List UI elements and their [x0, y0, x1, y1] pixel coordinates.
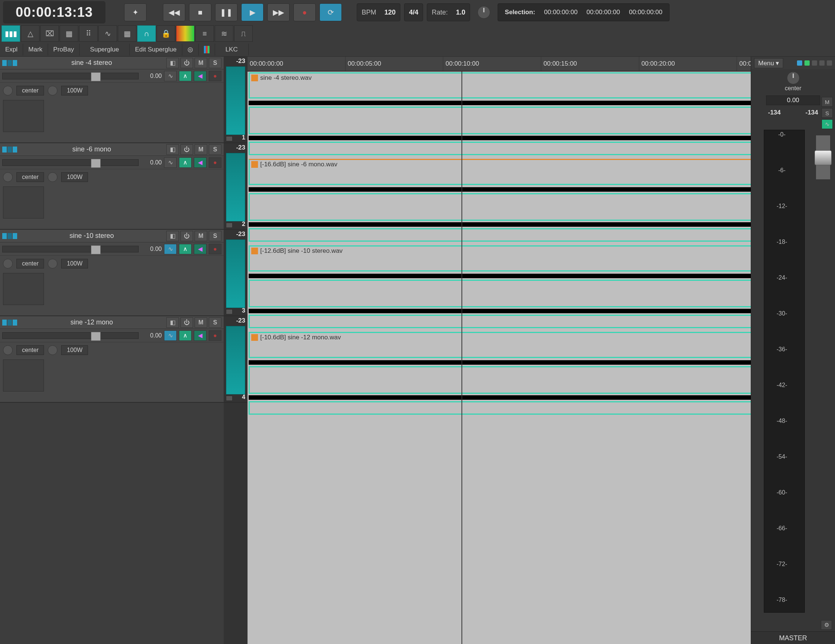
rate-box[interactable]: Rate: 1.0: [427, 3, 470, 21]
audio-clip[interactable]: sine -4 stereo.wav: [249, 72, 830, 98]
master-fader-track[interactable]: [816, 135, 830, 180]
tab-piano-icon[interactable]: [199, 44, 215, 55]
win-dot-2[interactable]: [804, 60, 810, 66]
tool-7[interactable]: ▦: [118, 25, 136, 42]
track-auto-button[interactable]: ∧: [179, 244, 192, 254]
audio-clip-channel[interactable]: [249, 401, 830, 415]
tab-probay[interactable]: ProBay: [48, 44, 80, 55]
track-mute-button[interactable]: M: [195, 231, 207, 241]
tool-5[interactable]: ⠿: [79, 25, 97, 42]
loop-button[interactable]: ⟳: [320, 3, 342, 21]
master-mute[interactable]: M: [822, 97, 833, 107]
play-button[interactable]: ▶: [241, 3, 263, 21]
menu-button[interactable]: Menu ▾: [754, 58, 783, 68]
audio-clip[interactable]: [-12.6dB] sine -10 stereo.wav: [249, 246, 830, 272]
time-signature-box[interactable]: 4/4: [404, 3, 423, 21]
tab-lkc[interactable]: LKC: [215, 44, 249, 55]
track-view-button[interactable]: ◧: [166, 231, 179, 241]
track-header[interactable]: sine -6 mono ◧ ⏻ M S: [0, 143, 224, 156]
track-wave-button[interactable]: ∿: [164, 71, 177, 81]
track-pan-knob[interactable]: [3, 172, 13, 182]
tool-1[interactable]: ▮▮▮: [2, 25, 20, 42]
tab-superglue[interactable]: Superglue: [80, 44, 130, 55]
audio-clip-channel[interactable]: [249, 315, 830, 328]
tool-10[interactable]: [176, 25, 195, 42]
track-input-button[interactable]: ◀: [194, 71, 206, 81]
track-solo-button[interactable]: S: [209, 231, 221, 241]
meter-expand-icon[interactable]: [226, 309, 232, 314]
track-rec-button[interactable]: ●: [209, 71, 221, 81]
track-pan-knob[interactable]: [3, 86, 13, 96]
track-auto-button[interactable]: ∧: [179, 330, 192, 341]
track-header[interactable]: sine -4 stereo ◧ ⏻ M S: [0, 57, 224, 69]
tool-3[interactable]: ⌧: [40, 25, 59, 42]
tool-13[interactable]: ⎍: [234, 25, 253, 42]
track-width-knob[interactable]: [48, 345, 57, 355]
stop-button[interactable]: ■: [189, 3, 211, 21]
tool-12[interactable]: ≋: [215, 25, 233, 42]
track-header[interactable]: sine -10 stereo ◧ ⏻ M S: [0, 230, 224, 242]
metronome-button[interactable]: ✦: [124, 3, 146, 21]
pause-button[interactable]: ❚❚: [215, 3, 237, 21]
tab-drum-icon[interactable]: ◎: [182, 44, 199, 55]
audio-clip[interactable]: [-16.6dB] sine -6 mono.wav: [249, 159, 830, 185]
tab-edit-superglue[interactable]: Edit Superglue: [130, 44, 182, 55]
track-fader[interactable]: [2, 332, 139, 339]
tool-4[interactable]: ▦: [60, 25, 78, 42]
audio-clip-channel[interactable]: [249, 280, 830, 307]
tab-expl[interactable]: Expl: [0, 44, 23, 55]
track-view-button[interactable]: ◧: [166, 144, 179, 155]
track-rec-button[interactable]: ●: [209, 157, 221, 168]
record-button[interactable]: ●: [293, 3, 316, 21]
track-rec-button[interactable]: ●: [209, 244, 221, 254]
track-power-button[interactable]: ⏻: [180, 144, 193, 155]
meter-expand-icon[interactable]: [226, 396, 232, 401]
forward-button[interactable]: ▶▶: [267, 3, 290, 21]
audio-clip[interactable]: [-10.6dB] sine -12 mono.wav: [249, 332, 830, 358]
win-dot-4[interactable]: [819, 60, 825, 66]
track-fader[interactable]: [2, 246, 139, 252]
audio-clip-channel[interactable]: [249, 142, 830, 155]
audio-clip-channel[interactable]: [249, 366, 830, 394]
win-dot-1[interactable]: [797, 60, 802, 66]
jog-dial[interactable]: [478, 6, 490, 19]
track-solo-button[interactable]: S: [209, 317, 221, 328]
track-mute-button[interactable]: M: [195, 58, 207, 68]
track-auto-button[interactable]: ∧: [179, 157, 192, 168]
track-color-chips[interactable]: [0, 146, 17, 153]
meter-expand-icon[interactable]: [226, 223, 232, 228]
win-dot-3[interactable]: [812, 60, 817, 66]
track-color-chips[interactable]: [0, 320, 17, 325]
track-width-knob[interactable]: [48, 172, 57, 182]
track-pan-knob[interactable]: [3, 345, 13, 355]
track-width-knob[interactable]: [48, 86, 57, 96]
track-power-button[interactable]: ⏻: [180, 317, 193, 328]
track-view-button[interactable]: ◧: [166, 58, 179, 68]
track-fader[interactable]: [2, 73, 139, 80]
track-color-chips[interactable]: [0, 60, 17, 66]
empty-lane-area[interactable]: [247, 418, 835, 644]
track-fader[interactable]: [2, 159, 139, 166]
time-ruler[interactable]: 00:00:00:0000:00:05:0000:00:10:0000:00:1…: [247, 57, 835, 72]
audio-clip-channel[interactable]: [249, 228, 830, 242]
track-input-button[interactable]: ◀: [194, 330, 206, 341]
bpm-box[interactable]: BPM 120: [357, 3, 400, 21]
track-wave-button[interactable]: ∿: [164, 330, 177, 341]
track-solo-button[interactable]: S: [209, 144, 221, 155]
track-input-button[interactable]: ◀: [194, 157, 206, 168]
clip-lanes[interactable]: sine -4 stereo.wav[-16.6dB] sine -6 mono…: [247, 72, 835, 644]
tool-9[interactable]: 🔒: [157, 25, 175, 42]
track-rec-button[interactable]: ●: [209, 330, 221, 341]
rewind-button[interactable]: ◀◀: [163, 3, 185, 21]
playhead[interactable]: [461, 72, 462, 644]
track-mute-button[interactable]: M: [195, 144, 207, 155]
tool-8[interactable]: ∩: [137, 25, 156, 42]
master-settings-button[interactable]: ⚙: [821, 620, 832, 630]
audio-clip-channel[interactable]: [249, 193, 830, 221]
meter-expand-icon[interactable]: [226, 136, 232, 141]
tab-mark[interactable]: Mark: [23, 44, 48, 55]
track-mute-button[interactable]: M: [195, 317, 207, 328]
win-dot-5[interactable]: [827, 60, 832, 66]
track-power-button[interactable]: ⏻: [180, 231, 193, 241]
master-fader-thumb[interactable]: [814, 150, 832, 165]
